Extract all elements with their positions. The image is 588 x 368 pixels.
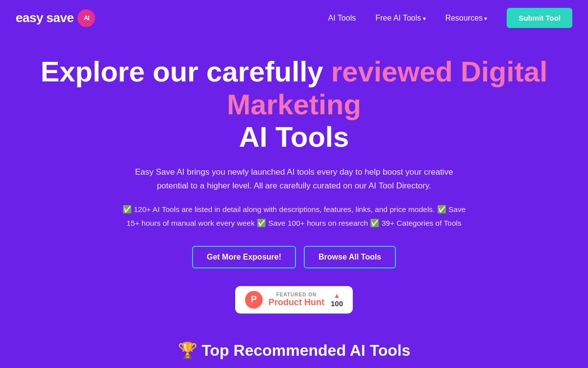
hero-title: Explore our carefully reviewed Digital M… [39, 55, 549, 154]
nav-link-free-ai-tools[interactable]: Free AI Tools [375, 14, 425, 22]
hero-title-part2: AI Tools [239, 121, 349, 153]
product-hunt-name: Product Hunt [269, 297, 324, 308]
product-hunt-badge[interactable]: P FEATURED ON Product Hunt ▲ 100 [235, 286, 353, 314]
nav-item-resources[interactable]: Resources [445, 14, 488, 23]
section-title: 🏆 Top Recommended AI Tools [0, 341, 588, 360]
nav-link-resources[interactable]: Resources [445, 14, 488, 22]
navbar: easy save AI AI Tools Free AI Tools Reso… [0, 0, 588, 36]
logo-badge: AI [77, 9, 95, 27]
logo-text: easy save [16, 10, 74, 26]
nav-item-ai-tools[interactable]: AI Tools [328, 14, 356, 23]
nav-links: AI Tools Free AI Tools Resources [328, 14, 488, 23]
upvote-arrow-icon: ▲ [334, 291, 341, 299]
product-hunt-votes: ▲ 100 [331, 291, 343, 308]
hero-features: ✅ 120+ AI Tools are listed in detail alo… [115, 203, 473, 230]
product-hunt-label: FEATURED ON [269, 292, 324, 297]
hero-title-part1: Explore our carefully [41, 55, 323, 87]
product-hunt-icon: P [245, 291, 263, 309]
nav-link-ai-tools[interactable]: AI Tools [328, 14, 356, 22]
nav-item-free-ai-tools[interactable]: Free AI Tools [375, 14, 425, 23]
cta-buttons: Get More Exposure! Browse All Tools [39, 246, 549, 268]
browse-tools-button[interactable]: Browse All Tools [304, 246, 396, 268]
logo[interactable]: easy save AI [16, 9, 328, 27]
vote-count: 100 [331, 299, 343, 308]
submit-tool-button[interactable]: Submit Tool [507, 8, 572, 28]
product-hunt-text: FEATURED ON Product Hunt [269, 292, 324, 308]
get-exposure-button[interactable]: Get More Exposure! [192, 246, 296, 268]
hero-description: Easy Save AI brings you newly launched A… [127, 165, 461, 193]
hero-section: Explore our carefully reviewed Digital M… [0, 36, 588, 341]
product-hunt-badge-container: P FEATURED ON Product Hunt ▲ 100 [39, 286, 549, 314]
